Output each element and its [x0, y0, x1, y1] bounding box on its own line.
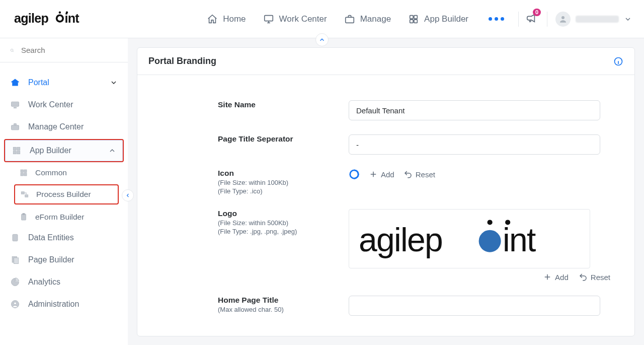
sidebar-scroll[interactable]: Portal Work Center Manage Center [0, 62, 128, 345]
highlight-process-builder: Process Builder [14, 184, 119, 204]
sidebar-item-page-builder[interactable]: Page Builder [0, 249, 128, 271]
sidebar-sub-eform-builder[interactable]: eForm Builder [0, 208, 128, 227]
user-name-blur [576, 16, 619, 23]
action-label: Add [555, 273, 569, 282]
header-collapse-toggle[interactable] [315, 33, 329, 46]
svg-rect-16 [12, 125, 19, 130]
nav-home[interactable]: Home [207, 14, 246, 25]
sidebar-item-analytics[interactable]: Analytics [0, 271, 128, 293]
notifications-button[interactable]: 0 [526, 13, 537, 26]
svg-rect-9 [414, 15, 417, 18]
sidebar-item-label: Portal [28, 78, 49, 87]
home-page-title-input[interactable] [349, 296, 600, 316]
svg-point-2 [57, 16, 62, 21]
avatar [555, 12, 571, 27]
person-icon [558, 15, 568, 24]
sidebar-item-label: eForm Builder [35, 213, 84, 222]
svg-rect-17 [14, 123, 17, 125]
layout: Portal Work Center Manage Center [0, 38, 644, 345]
logo-reset-button[interactable]: Reset [579, 272, 610, 282]
brand-logo: agilep int [14, 10, 100, 28]
separator-input[interactable] [349, 134, 600, 155]
tiles-icon [19, 168, 28, 177]
icon-reset-button[interactable]: Reset [404, 170, 435, 179]
logo-add-button[interactable]: Add [543, 272, 569, 282]
sidebar-item-administration[interactable]: Administration [0, 293, 128, 315]
info-icon[interactable] [613, 56, 623, 66]
svg-rect-32 [14, 258, 19, 264]
search-input[interactable] [20, 45, 118, 55]
grid-icon [408, 14, 419, 25]
sidebar-collapse-toggle[interactable] [122, 189, 134, 201]
sidebar-sub-process-builder[interactable]: Process Builder [15, 185, 118, 203]
sidebar-item-data-entities[interactable]: Data Entities [0, 227, 128, 249]
sidebar: Portal Work Center Manage Center [0, 38, 128, 345]
hint-home-page-title: (Max allowed char. 50) [218, 306, 318, 313]
plus-icon [543, 272, 552, 282]
dot-icon [501, 17, 504, 21]
sidebar-item-app-builder[interactable]: App Builder [5, 140, 123, 161]
sidebar-item-label: Common [35, 168, 67, 177]
chevron-down-icon [624, 15, 632, 23]
sidebar-item-label: Page Builder [28, 255, 74, 264]
hint-icon-type: (File Type: .ico) [218, 187, 318, 195]
svg-rect-20 [13, 151, 16, 154]
label-separator: Page Title Seperator [218, 134, 318, 144]
briefcase-solid-icon [10, 122, 20, 132]
action-label: Reset [416, 170, 435, 179]
sidebar-item-manage-center[interactable]: Manage Center [0, 116, 128, 138]
row-logo: Logo (File Size: within 500Kb) (File Typ… [157, 209, 614, 282]
top-right: 0 [518, 12, 632, 27]
sidebar-item-portal[interactable]: Portal [0, 72, 128, 94]
nav-manage-label: Manage [360, 14, 391, 24]
nav-home-label: Home [223, 14, 246, 24]
row-separator: Page Title Seperator [157, 134, 614, 155]
portal-branding-card: Portal Branding Site Name Page Title Sep… [137, 47, 635, 336]
top-nav: Home Work Center Manage App Builder [207, 14, 507, 25]
highlight-app-builder: App Builder [4, 139, 124, 162]
pages-icon [10, 255, 20, 265]
home-outline-icon [10, 78, 20, 88]
label-icon: Icon [218, 169, 318, 178]
svg-text:int: int [503, 221, 536, 258]
svg-rect-19 [17, 147, 20, 150]
svg-rect-7 [345, 17, 354, 23]
label-home-page-title: Home Page Title [218, 296, 318, 305]
pie-chart-icon [10, 277, 20, 287]
svg-rect-6 [264, 15, 273, 21]
icon-add-button[interactable]: Add [369, 170, 394, 179]
database-icon [10, 233, 20, 243]
user-menu[interactable] [547, 12, 632, 27]
svg-point-39 [488, 220, 493, 225]
top-bar: agilep int Home Work Center Manage App B… [0, 0, 644, 38]
action-label: Add [381, 170, 394, 179]
svg-rect-24 [21, 173, 23, 176]
nav-work-center[interactable]: Work Center [263, 14, 327, 25]
nav-app-builder[interactable]: App Builder [408, 14, 468, 25]
svg-rect-30 [13, 234, 18, 241]
svg-rect-15 [14, 107, 17, 108]
row-icon: Icon (File Size: within 100Kb) (File Typ… [157, 169, 614, 195]
svg-point-41 [505, 220, 510, 225]
site-name-input[interactable] [349, 100, 600, 120]
chevron-down-icon [110, 79, 118, 87]
briefcase-icon [344, 14, 355, 25]
svg-rect-26 [21, 192, 24, 194]
nav-manage[interactable]: Manage [344, 14, 391, 25]
nav-more[interactable] [486, 15, 507, 23]
sidebar-item-work-center[interactable]: Work Center [0, 94, 128, 116]
row-site-name: Site Name [157, 100, 614, 120]
admin-user-icon [10, 299, 20, 309]
dot-icon [495, 17, 498, 21]
action-label: Reset [591, 273, 610, 282]
svg-rect-18 [13, 147, 16, 150]
undo-icon [404, 170, 413, 179]
nav-work-center-label: Work Center [279, 14, 327, 24]
svg-rect-14 [12, 102, 19, 106]
favicon-preview [349, 169, 360, 180]
sidebar-sub-common[interactable]: Common [0, 163, 128, 182]
logo-actions: Add Reset [349, 272, 610, 282]
svg-rect-11 [414, 19, 417, 22]
sidebar-item-label: Work Center [28, 100, 73, 109]
sidebar-search[interactable] [0, 38, 128, 62]
